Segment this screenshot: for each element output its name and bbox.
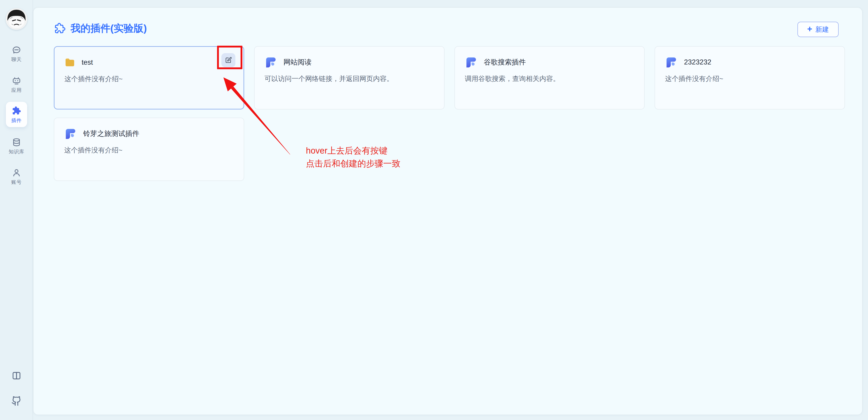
plugin-card-google-search[interactable]: 谷歌搜索插件 调用谷歌搜索，查询相关内容。 bbox=[455, 46, 645, 110]
plugin-description: 调用谷歌搜索，查询相关内容。 bbox=[465, 74, 634, 84]
sidebar-item-label: 聊天 bbox=[11, 57, 22, 62]
sidebar-item-label: 知识库 bbox=[9, 149, 24, 154]
fastgpt-logo-icon bbox=[265, 56, 277, 68]
fastgpt-logo-icon bbox=[64, 127, 77, 140]
card-head: 网站阅读 bbox=[265, 56, 434, 69]
edit-square-icon bbox=[225, 57, 232, 64]
sidebar-item-apps[interactable]: 应用 bbox=[0, 76, 33, 93]
plugin-card-test[interactable]: test 这个插件没有介绍~ bbox=[54, 46, 244, 110]
plugin-grid: test 这个插件没有介绍~ 网站阅读 可以访问一个网络链接，并返回网页内容。 bbox=[54, 46, 845, 181]
docs-book-icon[interactable] bbox=[11, 370, 22, 381]
fastgpt-logo-icon bbox=[465, 56, 477, 68]
plugin-name: 谷歌搜索插件 bbox=[484, 57, 526, 67]
plugin-description: 这个插件没有介绍~ bbox=[665, 74, 835, 84]
new-button-label: 新建 bbox=[815, 25, 829, 34]
plugin-card-2323232[interactable]: 2323232 这个插件没有介绍~ bbox=[655, 46, 845, 110]
plugin-name: test bbox=[82, 58, 93, 66]
plugin-card-website-reader[interactable]: 网站阅读 可以访问一个网络链接，并返回网页内容。 bbox=[254, 46, 444, 110]
plugin-name: 2323232 bbox=[684, 58, 711, 66]
puzzle-outline-icon bbox=[54, 22, 66, 35]
card-head: test bbox=[64, 56, 234, 69]
plugin-card-suzume-test[interactable]: 铃芽之旅测试插件 这个插件没有介绍~ bbox=[54, 118, 244, 181]
puzzle-icon bbox=[11, 106, 22, 116]
robot-icon bbox=[12, 76, 21, 86]
sidebar-item-label: 应用 bbox=[11, 88, 22, 93]
sidebar-item-knowledge[interactable]: 知识库 bbox=[0, 138, 33, 154]
github-icon[interactable] bbox=[11, 396, 22, 406]
sidebar-item-label: 账号 bbox=[11, 180, 22, 185]
plugin-name: 铃芽之旅测试插件 bbox=[83, 129, 139, 139]
card-head: 谷歌搜索插件 bbox=[465, 56, 634, 69]
new-plugin-button[interactable]: + 新建 bbox=[798, 22, 839, 37]
plugin-description: 可以访问一个网络链接，并返回网页内容。 bbox=[265, 74, 434, 84]
edit-plugin-button[interactable] bbox=[221, 53, 236, 67]
page-title: 我的插件(实验版) bbox=[54, 22, 147, 35]
fastgpt-logo-icon bbox=[665, 56, 678, 68]
sidebar-item-chat[interactable]: 聊天 bbox=[0, 45, 33, 62]
avatar-image bbox=[6, 8, 27, 30]
card-head: 铃芽之旅测试插件 bbox=[64, 127, 234, 140]
folder-icon bbox=[64, 57, 75, 67]
plugin-name: 网站阅读 bbox=[283, 57, 312, 67]
plugin-description: 这个插件没有介绍~ bbox=[64, 74, 234, 84]
sidebar-item-plugins[interactable]: 插件 bbox=[6, 102, 27, 127]
plus-icon: + bbox=[807, 26, 812, 32]
database-icon bbox=[12, 138, 21, 147]
chat-bubble-icon bbox=[12, 45, 21, 55]
plugin-description: 这个插件没有介绍~ bbox=[64, 146, 234, 155]
sidebar-item-label: 插件 bbox=[11, 118, 22, 123]
card-head: 2323232 bbox=[665, 56, 835, 69]
main-panel: 我的插件(实验版) + 新建 test bbox=[33, 7, 863, 415]
page-title-text: 我的插件(实验版) bbox=[70, 22, 147, 35]
sidebar: 聊天 应用 插件 知识库 bbox=[0, 0, 33, 420]
avatar[interactable] bbox=[6, 8, 27, 30]
user-icon bbox=[12, 168, 21, 178]
sidebar-item-account[interactable]: 账号 bbox=[0, 168, 33, 185]
